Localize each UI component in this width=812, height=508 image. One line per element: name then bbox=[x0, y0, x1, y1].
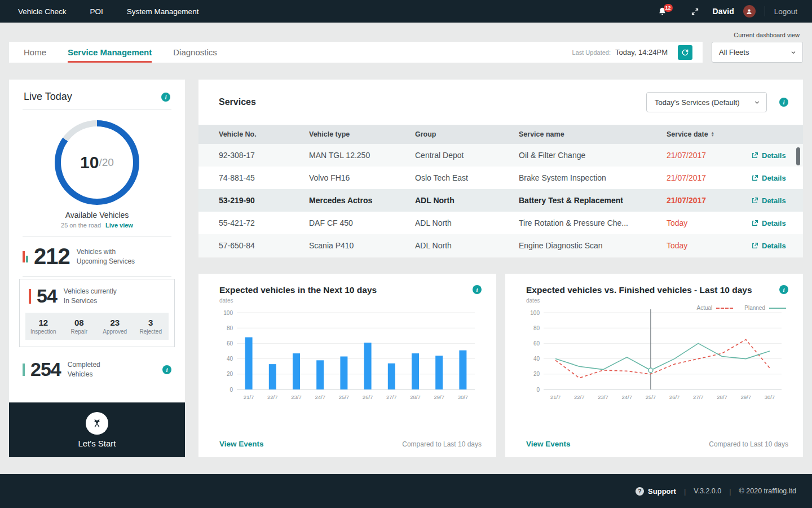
cell-service-name: Battery Test & Replacement bbox=[519, 196, 667, 205]
bar-icon bbox=[23, 364, 25, 376]
tab-home[interactable]: Home bbox=[24, 42, 46, 63]
cell-vehicle-no: 74-881-45 bbox=[219, 173, 309, 182]
cell-service-name: Brake System Inspection bbox=[519, 173, 667, 182]
chart-axis-label: dates bbox=[219, 297, 377, 304]
cell-service-date: 21/07/2017 bbox=[667, 196, 751, 205]
cell-vehicle-type: Scania P410 bbox=[309, 241, 415, 250]
details-label: Details bbox=[762, 219, 786, 227]
tab-service-management[interactable]: Service Management bbox=[68, 42, 152, 63]
col-vehicle-no: Vehicle No. bbox=[219, 130, 309, 138]
external-link-icon bbox=[751, 242, 758, 249]
tab-diagnostics[interactable]: Diagnostics bbox=[173, 42, 217, 63]
details-link[interactable]: Details bbox=[751, 196, 803, 205]
table-row[interactable]: 57-650-84 Scania P410 ADL North Engine D… bbox=[198, 234, 803, 257]
available-vehicles-label: Available Vehicles bbox=[9, 211, 185, 220]
notification-badge: 12 bbox=[664, 4, 673, 12]
info-icon[interactable]: i bbox=[161, 93, 170, 102]
nav-vehicle-check[interactable]: Vehicle Check bbox=[18, 7, 67, 16]
refresh-icon bbox=[681, 49, 689, 56]
info-icon[interactable]: i bbox=[779, 98, 788, 107]
breakdown-item: 08Repair bbox=[61, 318, 98, 335]
services-title: Services bbox=[219, 97, 256, 107]
col-service-name: Service name bbox=[519, 130, 667, 138]
table-scrollbar[interactable] bbox=[796, 147, 800, 165]
svg-text:60: 60 bbox=[227, 340, 233, 347]
cell-service-name: Tire Rotation & Pressure Che... bbox=[519, 218, 667, 227]
svg-text:21/7: 21/7 bbox=[550, 394, 561, 400]
live-view-link[interactable]: Live view bbox=[105, 222, 133, 229]
fullscreen-button[interactable] bbox=[691, 7, 699, 16]
details-link[interactable]: Details bbox=[751, 219, 803, 227]
table-row[interactable]: 92-308-17 MAN TGL 12.250 Central Depot O… bbox=[198, 144, 803, 167]
sort-icon[interactable]: ▲▼ bbox=[711, 132, 714, 137]
services-filter-select[interactable]: Today's Services (Default) bbox=[646, 92, 767, 112]
svg-text:29/7: 29/7 bbox=[434, 394, 444, 400]
svg-text:80: 80 bbox=[227, 325, 233, 331]
details-link[interactable]: Details bbox=[751, 174, 803, 182]
view-events-link[interactable]: View Events bbox=[526, 440, 571, 448]
bar-icon bbox=[29, 289, 31, 304]
in-service-breakdown: 12Inspection08Repair23Approved3Rejected bbox=[25, 313, 169, 340]
avatar[interactable] bbox=[743, 5, 756, 17]
in-service-label-2: In Services bbox=[64, 297, 97, 305]
completed-label-2: Vehicles bbox=[68, 370, 93, 378]
svg-text:24/7: 24/7 bbox=[621, 394, 632, 400]
external-link-icon bbox=[751, 220, 758, 227]
legend-item: Actual bbox=[697, 305, 734, 311]
cell-service-date: 21/07/2017 bbox=[667, 151, 751, 160]
on-the-road-text: 25 on the road bbox=[61, 222, 101, 229]
person-icon bbox=[745, 8, 753, 15]
svg-text:27/7: 27/7 bbox=[693, 394, 704, 400]
col-service-date: Service date bbox=[667, 130, 708, 138]
user-name[interactable]: David bbox=[713, 7, 734, 16]
external-link-icon bbox=[751, 152, 758, 159]
divider bbox=[23, 276, 171, 277]
footer-divider: | bbox=[684, 487, 686, 496]
info-icon[interactable]: i bbox=[473, 285, 482, 294]
upcoming-services-stat: 212 Vehicles with Upcoming Services bbox=[9, 237, 185, 276]
svg-text:25/7: 25/7 bbox=[339, 394, 350, 400]
svg-text:23/7: 23/7 bbox=[598, 394, 608, 400]
svg-text:80: 80 bbox=[533, 325, 540, 331]
last-updated-value: Today, 14:24PM bbox=[615, 48, 668, 56]
services-filter-value: Today's Services (Default) bbox=[655, 98, 740, 107]
footer-divider: | bbox=[729, 487, 731, 496]
svg-text:40: 40 bbox=[533, 356, 540, 362]
lets-start-button[interactable]: Let's Start bbox=[9, 402, 185, 457]
fleet-select[interactable]: All Fleets bbox=[712, 42, 803, 63]
expected-vs-finished-chart-card: Expected vehicles vs. Finished vehicles … bbox=[505, 274, 803, 457]
notifications-button[interactable]: 12 bbox=[657, 7, 667, 16]
checkered-flags-icon bbox=[86, 412, 108, 435]
support-label: Support bbox=[648, 487, 676, 496]
nav-system-management[interactable]: System Management bbox=[127, 7, 199, 16]
upcoming-label-1: Vehicles with bbox=[77, 248, 116, 256]
svg-text:27/7: 27/7 bbox=[386, 394, 397, 400]
svg-text:21/7: 21/7 bbox=[244, 394, 254, 400]
services-table-body: 92-308-17 MAN TGL 12.250 Central Depot O… bbox=[198, 144, 803, 257]
table-row[interactable]: 55-421-72 DAF CF 450 ADL North Tire Rota… bbox=[198, 212, 803, 234]
info-icon[interactable]: i bbox=[162, 365, 171, 374]
support-link[interactable]: ? Support bbox=[636, 487, 676, 496]
cell-group: ADL North bbox=[415, 241, 519, 250]
details-link[interactable]: Details bbox=[751, 242, 803, 250]
svg-text:20: 20 bbox=[533, 371, 540, 377]
details-link[interactable]: Details bbox=[751, 151, 803, 160]
nav-poi[interactable]: POI bbox=[90, 7, 103, 16]
svg-text:0: 0 bbox=[230, 387, 233, 393]
upcoming-count: 212 bbox=[34, 244, 70, 269]
line-chart: ActualPlanned 02040608010021/722/723/724… bbox=[505, 304, 803, 440]
view-events-link[interactable]: View Events bbox=[219, 440, 264, 448]
table-row[interactable]: 53-219-90 Mercedes Actros ADL North Batt… bbox=[198, 189, 803, 212]
info-icon[interactable]: i bbox=[779, 285, 788, 294]
available-vehicles-donut: 10 /20 bbox=[55, 120, 139, 205]
refresh-button[interactable] bbox=[678, 45, 692, 60]
svg-text:22/7: 22/7 bbox=[267, 394, 278, 400]
logout-button[interactable]: Logout bbox=[774, 7, 797, 16]
svg-text:40: 40 bbox=[227, 356, 233, 362]
bars-icon bbox=[23, 251, 28, 262]
cell-service-date: Today bbox=[667, 241, 751, 250]
in-service-box: 54 Vehicles currently In Services 12Insp… bbox=[19, 279, 175, 347]
svg-text:100: 100 bbox=[530, 310, 540, 316]
table-row[interactable]: 74-881-45 Volvo FH16 Oslo Tech East Brak… bbox=[198, 167, 803, 189]
tabs-bar: Home Service Management Diagnostics Last… bbox=[9, 42, 703, 63]
